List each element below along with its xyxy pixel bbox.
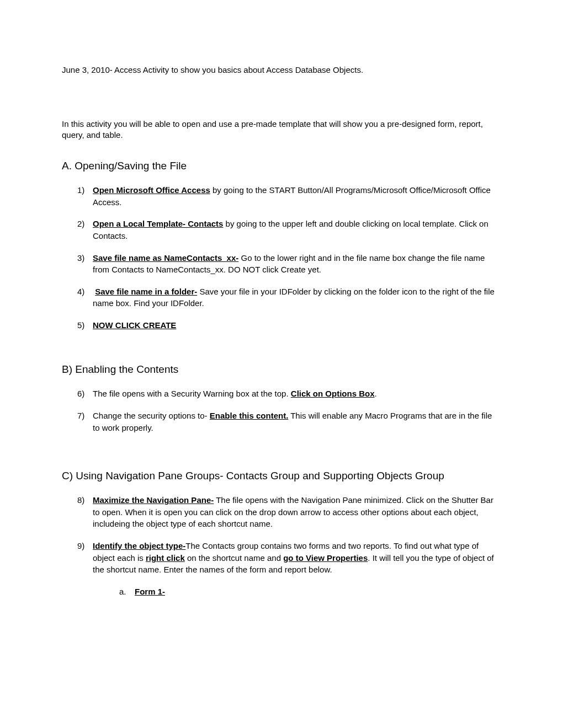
section-a-list: 1) Open Microsoft Office Access by going… [77, 184, 501, 331]
item-number: 3) [77, 252, 84, 264]
item-text: The file opens with a Security Warning b… [93, 389, 291, 398]
item-number: 1) [77, 184, 84, 196]
date-line: June 3, 2010- Access Activity to show yo… [62, 65, 501, 74]
list-item: 2) Open a Local Template- Contacts by go… [77, 218, 501, 242]
sub-text: Form 1- [135, 587, 165, 596]
list-item: 3) Save file name as NameContacts_xx- Go… [77, 252, 501, 276]
item-number: 2) [77, 218, 84, 230]
item-text: . [375, 389, 377, 398]
sublist-item: a. Form 1- [119, 586, 501, 598]
item-number: 9) [77, 540, 84, 552]
list-item: 8) Maximize the Navigation Pane- The fil… [77, 494, 501, 530]
sub-marker: a. [119, 586, 126, 598]
item-lead: NOW CLICK CREATE [93, 320, 176, 330]
section-b-heading: B) Enabling the Contents [62, 363, 501, 376]
list-item: 5) NOW CLICK CREATE [77, 319, 501, 331]
section-a-heading: A. Opening/Saving the File [62, 160, 501, 173]
item-bold: right click [146, 553, 185, 563]
intro-paragraph: In this activity you will be able to ope… [62, 119, 501, 141]
document-page: June 3, 2010- Access Activity to show yo… [0, 0, 563, 640]
item-number: 8) [77, 494, 84, 506]
item-lead: Save file name as NameContacts_xx- [93, 253, 238, 263]
section-c-list: 8) Maximize the Navigation Pane- The fil… [77, 494, 501, 597]
item-lead: Open Microsoft Office Access [93, 185, 210, 195]
list-item: 1) Open Microsoft Office Access by going… [77, 184, 501, 208]
item-text: on the shortcut name and [185, 553, 283, 563]
item-lead: Identify the object type- [93, 541, 185, 550]
item-lead: Open a Local Template- Contacts [93, 219, 223, 228]
item-lead: Save file name in a folder- [95, 287, 197, 296]
sublist: a. Form 1- [119, 586, 501, 598]
item-number: 4) [77, 286, 84, 298]
section-c-heading: C) Using Navigation Pane Groups- Contact… [62, 470, 501, 482]
list-item: 9) Identify the object type-The Contacts… [77, 540, 501, 597]
item-lead: Maximize the Navigation Pane- [93, 495, 214, 505]
item-lead: Click on Options Box [291, 389, 375, 398]
list-item: 6) The file opens with a Security Warnin… [77, 388, 501, 400]
item-lead: Enable this content. [210, 411, 289, 420]
item-number: 7) [77, 410, 84, 422]
section-b-list: 6) The file opens with a Security Warnin… [77, 388, 501, 433]
item-text: Change the security options to- [93, 411, 210, 420]
item-number: 5) [77, 319, 84, 331]
item-number: 6) [77, 388, 84, 400]
list-item: 7) Change the security options to- Enabl… [77, 410, 501, 433]
item-bold: go to View Properties [283, 553, 368, 563]
list-item: 4) Save file name in a folder- Save your… [77, 286, 501, 309]
